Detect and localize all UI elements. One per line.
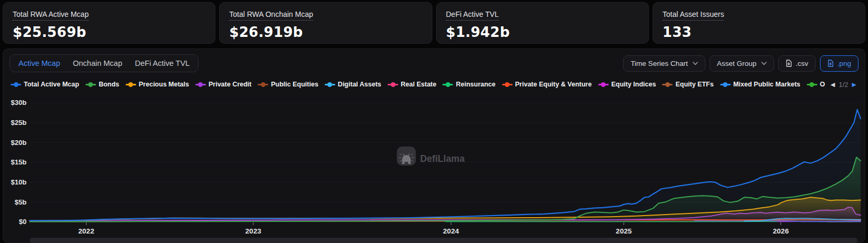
chart-controls: Time Series Chart Asset Group .csv .png	[623, 55, 858, 72]
legend-marker-icon	[195, 82, 206, 87]
x-axis-label: 2026	[773, 227, 789, 235]
legend-item-precious-metals[interactable]: Precious Metals	[126, 81, 189, 88]
y-axis-label: $10b	[11, 178, 27, 186]
file-download-icon	[827, 60, 834, 67]
download-csv-button[interactable]: .csv	[778, 55, 816, 72]
legend-label: Mixed Public Markets	[733, 81, 800, 88]
defillama-watermark: DefiLlama	[397, 147, 465, 166]
stat-value: $1.942b	[446, 24, 639, 40]
legend-marker-icon	[720, 82, 731, 87]
legend-label: Oil	[820, 81, 825, 88]
legend-label: Real Estate	[401, 81, 436, 88]
stats-row: Total RWA Active Mcap$25.569bTotal RWA O…	[0, 0, 868, 44]
legend-marker-icon	[502, 82, 513, 87]
legend-marker-icon	[325, 82, 335, 87]
stat-card-total-rwa-active-mcap: Total RWA Active Mcap$25.569b	[3, 2, 215, 44]
file-download-icon	[786, 60, 792, 67]
tab-onchain-mcap[interactable]: Onchain Mcap	[67, 55, 129, 72]
stat-label[interactable]: Total RWA Active Mcap	[13, 10, 89, 21]
legend-item-private-equity-venture[interactable]: Private Equity & Venture	[502, 81, 592, 88]
legend-prev-icon[interactable]: ◀	[831, 81, 835, 88]
legend-label: Public Equities	[271, 81, 318, 88]
stat-card-defi-active-tvl: DeFi Active TVL$1.942b	[436, 2, 649, 44]
x-axis-label: 2025	[616, 227, 632, 235]
y-axis-label: $25b	[11, 119, 27, 127]
legend-marker-icon	[598, 82, 609, 87]
tab-active-mcap[interactable]: Active Mcap	[12, 55, 67, 72]
legend-marker-icon	[442, 82, 453, 87]
legend-label: Private Equity & Venture	[515, 81, 592, 88]
legend-label: Bonds	[99, 81, 119, 88]
chevron-down-icon	[761, 62, 767, 65]
stat-label[interactable]: DeFi Active TVL	[446, 10, 499, 21]
y-axis-label: $15b	[11, 159, 27, 167]
legend-item-equity-etfs[interactable]: Equity ETFs	[662, 81, 713, 88]
legend-pager: ◀ 1/2 ▶	[825, 81, 861, 89]
legend-page-indicator: 1/2	[838, 81, 848, 89]
legend-item-real-estate[interactable]: Real Estate	[388, 81, 436, 88]
x-axis-label: 2023	[246, 227, 262, 235]
time-series-chart-label: Time Series Chart	[630, 60, 687, 67]
x-axis-label: 2024	[443, 227, 459, 235]
chart-tabs: Active McapOnchain McapDeFi Active TVL	[10, 54, 199, 72]
legend-label: Equity ETFs	[675, 81, 713, 88]
legend-item-reinsurance[interactable]: Reinsurance	[442, 81, 495, 88]
legend-item-private-credit[interactable]: Private Credit	[195, 81, 251, 88]
legend-marker-icon	[126, 82, 136, 87]
legend-item-mixed-public-markets[interactable]: Mixed Public Markets	[720, 81, 800, 88]
series-area-total-active-mcap	[30, 110, 861, 222]
legend-item-total-active-mcap[interactable]: Total Active Mcap	[11, 81, 79, 88]
legend-label: Total Active Mcap	[24, 81, 79, 88]
asset-group-dropdown[interactable]: Asset Group	[710, 55, 774, 72]
legend-item-equity-indices[interactable]: Equity Indices	[598, 81, 656, 88]
legend-label: Digital Assets	[338, 81, 381, 88]
stat-label[interactable]: Total Asset Issuers	[663, 10, 724, 21]
y-axis-label: $30b	[11, 99, 27, 107]
chart-panel: Active McapOnchain McapDeFi Active TVL T…	[3, 48, 865, 243]
legend-label: Private Credit	[209, 81, 251, 88]
legend-marker-icon	[258, 82, 268, 87]
legend-marker-icon	[388, 82, 398, 87]
legend-next-icon[interactable]: ▶	[852, 81, 856, 88]
chart-legend: Total Active McapBondsPrecious MetalsPri…	[11, 81, 825, 88]
legend-item-bonds[interactable]: Bonds	[86, 81, 119, 88]
y-axis-label: $0	[19, 218, 27, 226]
watermark-text: DefiLlama	[420, 153, 465, 164]
legend-item-public-equities[interactable]: Public Equities	[258, 81, 318, 88]
legend-item-digital-assets[interactable]: Digital Assets	[325, 81, 381, 88]
stat-card-total-rwa-onchain-mcap: Total RWA Onchain Mcap$26.919b	[219, 2, 432, 44]
chart-zoom-slider[interactable]	[30, 238, 857, 243]
legend-row: Total Active McapBondsPrecious MetalsPri…	[3, 79, 865, 90]
legend-item-oil[interactable]: Oil	[807, 81, 825, 88]
legend-marker-icon	[11, 82, 21, 87]
download-png-button[interactable]: .png	[820, 55, 858, 72]
stat-value: 133	[663, 24, 855, 40]
legend-label: Precious Metals	[139, 81, 189, 88]
png-label: .png	[837, 60, 851, 67]
legend-label: Reinsurance	[456, 81, 495, 88]
time-series-chart[interactable]: $30b$25b$20b$15b$10b$5b$0202220232024202…	[3, 93, 865, 235]
y-axis-label: $20b	[11, 139, 27, 147]
chevron-down-icon	[693, 62, 698, 65]
time-series-chart-dropdown[interactable]: Time Series Chart	[623, 55, 705, 72]
chart-panel-header: Active McapOnchain McapDeFi Active TVL T…	[3, 49, 865, 72]
stat-value: $25.569b	[13, 24, 205, 40]
stat-value: $26.919b	[229, 24, 422, 40]
tab-defi-active-tvl[interactable]: DeFi Active TVL	[128, 55, 196, 72]
csv-label: .csv	[796, 60, 808, 67]
legend-marker-icon	[86, 82, 96, 87]
legend-marker-icon	[807, 82, 817, 87]
stat-card-total-asset-issuers: Total Asset Issuers133	[653, 2, 865, 44]
y-axis-label: $5b	[15, 198, 27, 206]
chart-area: $30b$25b$20b$15b$10b$5b$0202220232024202…	[3, 93, 865, 235]
legend-marker-icon	[662, 82, 673, 87]
asset-group-label: Asset Group	[717, 60, 757, 67]
x-axis-label: 2022	[78, 227, 94, 235]
stat-label[interactable]: Total RWA Onchain Mcap	[229, 10, 313, 21]
legend-label: Equity Indices	[611, 81, 656, 88]
